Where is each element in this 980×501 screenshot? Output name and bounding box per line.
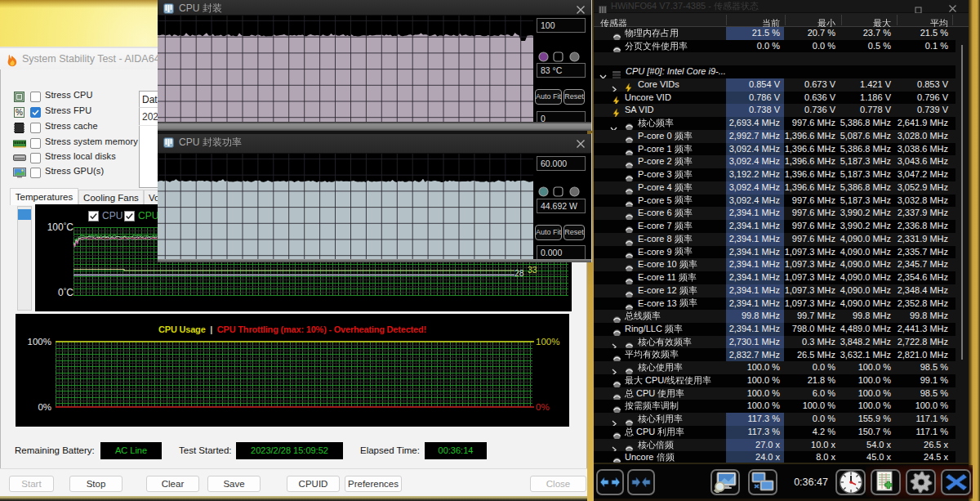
svg-text:%: % — [16, 108, 23, 117]
